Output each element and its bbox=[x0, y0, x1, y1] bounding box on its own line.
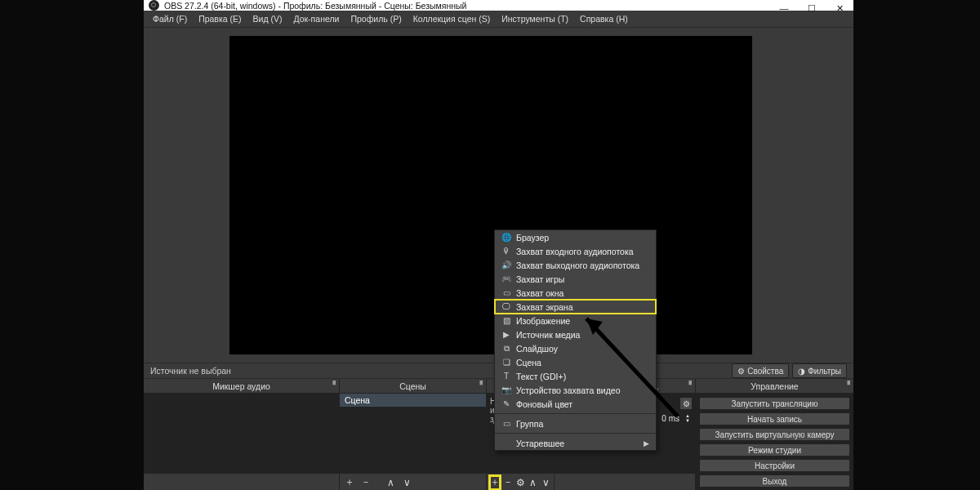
filters-button[interactable]: ◑Фильтры bbox=[792, 363, 847, 378]
window-controls: — ☐ ✕ bbox=[770, 0, 853, 16]
popout-icon[interactable]: ▝ bbox=[686, 381, 692, 389]
image-icon: ▧ bbox=[500, 316, 513, 325]
ctx-label: Слайдшоу bbox=[516, 344, 558, 354]
menu-docks[interactable]: Док-панели bbox=[287, 11, 345, 28]
ctx-slideshow[interactable]: ⧉Слайдшоу bbox=[495, 341, 656, 355]
ctx-label: Захват входного аудиопотока bbox=[516, 247, 634, 256]
popout-icon[interactable]: ▝ bbox=[844, 381, 850, 389]
add-source-context-menu: 🌐Браузер🎙Захват входного аудиопотока🔊Зах… bbox=[494, 229, 657, 451]
menubar: Файл (F) Правка (E) Вид (V) Док-панели П… bbox=[144, 11, 853, 28]
ctx-label: Захват выходного аудиопотока bbox=[516, 261, 639, 270]
close-button[interactable]: ✕ bbox=[826, 0, 853, 16]
ctx-audio-input[interactable]: 🎙Захват входного аудиопотока bbox=[495, 244, 656, 258]
ctx-label: Изображение bbox=[516, 316, 570, 326]
ctx-label: Сцена bbox=[516, 358, 541, 368]
exit-button[interactable]: Выход bbox=[699, 474, 850, 488]
popout-icon[interactable]: ▝ bbox=[330, 381, 336, 389]
slideshow-icon: ⧉ bbox=[500, 344, 513, 354]
start-recording-button[interactable]: Начать запись bbox=[699, 412, 850, 425]
ctx-label: Устройство захвата видео bbox=[516, 385, 621, 395]
ctx-deprecated[interactable]: Устаревшее▶ bbox=[495, 436, 656, 450]
ctx-group[interactable]: ▭Группа bbox=[495, 416, 656, 430]
dock-scenes: Сцены▝ Сцена ＋ － ∧ ∨ bbox=[340, 379, 487, 490]
start-virtual-cam-button[interactable]: Запустить виртуальную камеру bbox=[699, 428, 850, 441]
remove-scene-button[interactable]: － bbox=[359, 476, 372, 489]
scene-down-button[interactable]: ∨ bbox=[400, 476, 413, 489]
ctx-label: Текст (GDI+) bbox=[516, 372, 566, 381]
ctx-label: Захват игры bbox=[516, 274, 564, 284]
duration-spinner[interactable]: ▲▼ bbox=[683, 413, 693, 423]
minimize-button[interactable]: — bbox=[770, 0, 798, 16]
maximize-button[interactable]: ☐ bbox=[798, 0, 826, 16]
source-settings-button[interactable]: ⚙ bbox=[516, 476, 525, 489]
preview-canvas[interactable] bbox=[229, 36, 752, 354]
ctx-label: Устаревшее bbox=[516, 439, 564, 448]
source-status-text: Источник не выбран bbox=[150, 366, 231, 376]
menu-file[interactable]: Файл (F) bbox=[147, 11, 193, 28]
ctx-label: Браузер bbox=[516, 233, 549, 243]
titlebar: OBS 27.2.4 (64-bit, windows) - Профиль: … bbox=[144, 0, 853, 11]
audio-output-icon: 🔊 bbox=[500, 261, 513, 270]
chevron-right-icon: ▶ bbox=[644, 439, 649, 448]
menu-view[interactable]: Вид (V) bbox=[247, 11, 288, 28]
ctx-label: Захват экрана bbox=[516, 302, 573, 312]
duration-value[interactable]: 0 ms bbox=[662, 414, 679, 423]
popout-icon[interactable]: ▝ bbox=[477, 381, 483, 389]
menu-profile[interactable]: Профиль (P) bbox=[345, 11, 407, 28]
ctx-scene[interactable]: ❏Сцена bbox=[495, 355, 656, 369]
ctx-label: Захват окна bbox=[516, 288, 564, 298]
add-source-button[interactable]: ＋ bbox=[490, 476, 500, 489]
ctx-color-source[interactable]: ✎Фоновый цвет bbox=[495, 397, 656, 411]
color-source-icon: ✎ bbox=[500, 399, 513, 408]
group-icon: ▭ bbox=[500, 419, 513, 428]
remove-source-button[interactable]: － bbox=[503, 476, 513, 489]
transition-settings-button[interactable]: ⚙ bbox=[679, 397, 693, 410]
ctx-browser[interactable]: 🌐Браузер bbox=[495, 230, 656, 244]
studio-mode-button[interactable]: Режим студии bbox=[699, 443, 850, 457]
ctx-label: Источник медиа bbox=[516, 330, 580, 340]
add-scene-button[interactable]: ＋ bbox=[343, 476, 356, 489]
text-gdi-icon: T bbox=[500, 372, 513, 381]
audio-input-icon: 🎙 bbox=[500, 247, 513, 256]
menu-tools[interactable]: Инструменты (T) bbox=[496, 11, 574, 28]
ctx-label: Фоновый цвет bbox=[516, 399, 572, 409]
menu-edit[interactable]: Правка (E) bbox=[193, 11, 247, 28]
game-capture-icon: 🎮 bbox=[500, 274, 513, 283]
dock-title: Управление bbox=[751, 381, 798, 391]
ctx-video-capture[interactable]: 📷Устройство захвата видео bbox=[495, 383, 656, 397]
start-streaming-button[interactable]: Запустить трансляцию bbox=[699, 397, 850, 410]
menu-help[interactable]: Справка (H) bbox=[574, 11, 634, 28]
dock-controls: Управление▝ Запустить трансляцию Начать … bbox=[696, 379, 853, 490]
menu-scene-collection[interactable]: Коллекция сцен (S) bbox=[408, 11, 497, 28]
dock-title: Сцены bbox=[399, 381, 426, 391]
window-capture-icon: ▭ bbox=[500, 288, 513, 297]
ctx-window-capture[interactable]: ▭Захват окна bbox=[495, 286, 656, 300]
filters-icon: ◑ bbox=[798, 367, 805, 376]
media-source-icon: ▶ bbox=[500, 330, 513, 339]
ctx-game-capture[interactable]: 🎮Захват игры bbox=[495, 272, 656, 286]
dock-audio-mixer: Микшер аудио▝ bbox=[144, 379, 340, 490]
source-up-button[interactable]: ∧ bbox=[528, 476, 537, 489]
ctx-text-gdi[interactable]: TТекст (GDI+) bbox=[495, 369, 656, 383]
ctx-media-source[interactable]: ▶Источник медиа bbox=[495, 327, 656, 341]
properties-button[interactable]: ⚙Свойства bbox=[732, 363, 789, 378]
ctx-image[interactable]: ▧Изображение bbox=[495, 314, 656, 327]
source-down-button[interactable]: ∨ bbox=[541, 476, 550, 489]
app-icon bbox=[149, 0, 159, 11]
window-title: OBS 27.2.4 (64-bit, windows) - Профиль: … bbox=[164, 1, 466, 11]
ctx-audio-output[interactable]: 🔊Захват выходного аудиопотока bbox=[495, 258, 656, 272]
dock-title: Микшер аудио bbox=[212, 381, 270, 391]
video-capture-icon: 📷 bbox=[500, 385, 513, 394]
ctx-label: Группа bbox=[516, 419, 543, 429]
display-capture-icon: 🖵 bbox=[500, 302, 513, 311]
settings-button[interactable]: Настройки bbox=[699, 459, 850, 472]
ctx-display-capture[interactable]: 🖵Захват экрана bbox=[495, 300, 656, 314]
gear-icon: ⚙ bbox=[737, 367, 745, 376]
scene-icon: ❏ bbox=[500, 358, 513, 367]
browser-icon: 🌐 bbox=[500, 233, 513, 242]
scene-up-button[interactable]: ∧ bbox=[384, 476, 397, 489]
scene-item[interactable]: Сцена bbox=[340, 394, 486, 407]
